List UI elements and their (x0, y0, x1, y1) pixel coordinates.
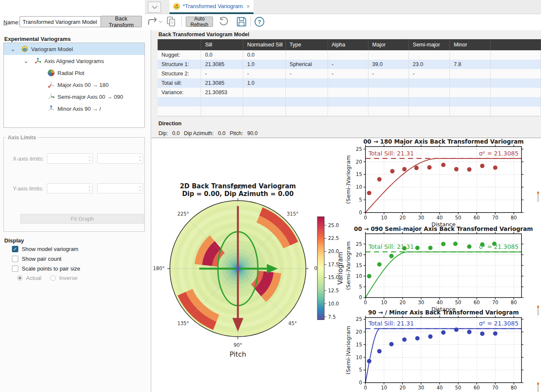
table-cell: - (328, 60, 368, 69)
total-sill-annotation: Total Sill: 21.31 (368, 243, 414, 250)
y-max-spinner[interactable]: ▲▼ (97, 183, 143, 193)
column-header-blank (158, 39, 201, 50)
y-tick-label: 15 (356, 171, 362, 177)
x-tick-label: 30 (418, 215, 424, 221)
experimental-variogram-point (427, 165, 432, 170)
table-cell (490, 107, 541, 116)
toolbar-separator (181, 16, 182, 26)
plots-canvas: 0°45°90°135°180°225°270°315°2D Back Tran… (152, 138, 541, 392)
radial-plot-title: 2D Back Transformed Variogram (180, 182, 296, 190)
polar-angle-label: 45° (288, 320, 297, 326)
x-tick-label: 50 (455, 215, 461, 221)
tree-expander-icon[interactable]: ⌄ (23, 57, 29, 65)
table-cell: Structure 2: (158, 69, 201, 78)
tab-title: *Transformed Variogram... (183, 3, 244, 9)
checkbox-show-pair-count[interactable]: Show pair count (12, 256, 61, 262)
back-transform-button[interactable]: Back Transform (101, 16, 142, 27)
tab-overflow-button[interactable] (148, 2, 161, 13)
x-tick-label: 20 (400, 300, 406, 306)
table-row (158, 107, 541, 116)
table-cell (450, 88, 490, 97)
experimental-variogram-point (389, 254, 394, 258)
radio-actual[interactable]: Actual (17, 275, 41, 281)
table-cell (285, 107, 328, 116)
tree-item-minor-axis-90-[interactable]: Minor Axis 90 → / (4, 103, 144, 115)
table-cell (490, 78, 541, 88)
y-tick-label: 0 (359, 210, 362, 216)
tree-expander-icon[interactable]: ⌄ (10, 45, 16, 53)
y-tick-label: 20 (356, 159, 362, 165)
undo-icon[interactable] (218, 16, 229, 27)
experimental-variogram-point (493, 165, 497, 170)
table-cell (368, 107, 409, 116)
axis-limits-title: Axis Limits (6, 135, 38, 141)
tree-item-variogram-model[interactable]: ⌄Variogram Model (4, 43, 144, 55)
table-cell: 1.0 (243, 60, 286, 69)
clipped-colorbar-sliver-cap (537, 306, 539, 308)
variogram-model-icon (21, 45, 29, 53)
axes-icon (34, 57, 42, 65)
y-min-spinner[interactable]: ▲▼ (47, 183, 93, 193)
table-cell: 21.3085 (201, 78, 243, 88)
experimental-variogram-point (441, 163, 446, 167)
table-cell (450, 107, 490, 116)
y-tick-label: 20 (356, 329, 362, 335)
table-cell (328, 107, 368, 116)
checkbox-label: Show model variogram (22, 246, 78, 252)
table-cell (409, 97, 450, 107)
x-tick-label: 30 (418, 385, 424, 391)
colorbar-tick-label: 12.5 (328, 288, 339, 294)
table-row: Nugget:0.00.0 (158, 50, 541, 60)
table-cell (285, 88, 328, 97)
name-input[interactable] (20, 16, 102, 27)
colorbar-axis-label: Variogram (337, 252, 344, 285)
clipped-colorbar-sliver-cap (537, 192, 539, 194)
axes-red-icon (47, 81, 55, 89)
y-axis-label: (Semi-)Variogram (345, 155, 351, 204)
copy-icon[interactable] (166, 16, 176, 27)
tab-transformed-variogram[interactable]: *Transformed Variogram... × (170, 0, 253, 12)
checkbox-scale-points-to-pair-size[interactable]: Scale points to pair size (12, 265, 80, 272)
x-min-spinner[interactable]: ▲▼ (47, 153, 93, 164)
tree-item-label: Axis Aligned Variograms (44, 58, 104, 64)
help-icon[interactable]: ? (254, 16, 265, 27)
fit-graph-button[interactable]: Fit Graph (20, 214, 144, 224)
x-max-spinner[interactable]: ▲▼ (97, 153, 143, 164)
y-tick-label: 10 (356, 355, 362, 360)
tree-item-semi-major-axis-00-090[interactable]: Semi-major Axis 00 → 090 (4, 91, 144, 103)
dip-value: 0.0 (172, 130, 179, 136)
checkbox-show-model-variogram[interactable]: ✓Show model variogram (12, 246, 78, 252)
x-tick-label: 60 (474, 300, 480, 306)
direction-title: Direction (158, 121, 181, 127)
table-cell: Spherical (285, 60, 328, 69)
experimental-variogram-point (480, 164, 484, 168)
total-sill-annotation: Total Sill: 21.31 (368, 320, 414, 327)
y-tick-label: 25 (356, 146, 362, 152)
axes-blue-icon (47, 105, 55, 112)
export-icon[interactable] (148, 17, 162, 26)
direction-values: Dip: 0.0 Dip Azimuth: 0.0 Pitch: 90.0 (158, 130, 258, 136)
x-tick-label: 60 (474, 385, 480, 391)
colorbar-tick-label: 7.5 (328, 314, 336, 320)
tree-item-major-axis-00-180[interactable]: Major Axis 00 → 180 (4, 79, 144, 91)
variance-annotation: σ² = 21.3085 (479, 320, 519, 327)
polar-angle-label: 90° (233, 342, 242, 348)
table-cell: - (243, 69, 286, 78)
table-cell (368, 88, 409, 97)
auto-refresh-button[interactable]: Auto Refresh (186, 17, 213, 27)
table-cell (450, 78, 490, 88)
table-cell (450, 69, 490, 78)
x-tick-label: 0 (364, 215, 367, 221)
tree-item-axis-aligned-variograms[interactable]: ⌄Axis Aligned Variograms (4, 55, 144, 67)
experimental-variogram-point (467, 244, 471, 248)
table-cell: 0.0 (243, 50, 286, 60)
table-cell (328, 97, 368, 107)
experimental-variogram-point (377, 177, 381, 182)
table-cell (243, 97, 286, 107)
table-cell: 39.0 (368, 60, 409, 69)
radio-inverse[interactable]: Inverse (50, 275, 78, 281)
table-cell (409, 50, 450, 60)
tab-close-icon[interactable]: × (246, 3, 250, 10)
save-icon[interactable] (236, 16, 247, 27)
tree-item-radial-plot[interactable]: Radial Plot (4, 67, 144, 79)
